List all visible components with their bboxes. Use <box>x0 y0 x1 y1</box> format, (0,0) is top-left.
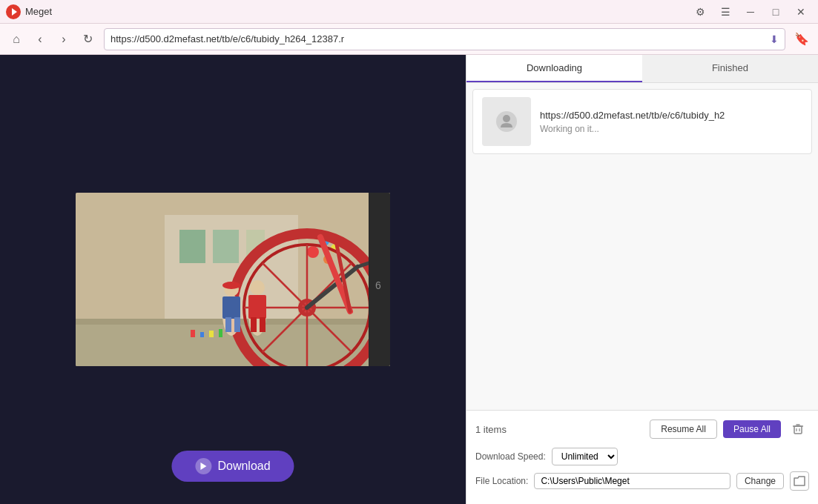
bottom-bar-top: 1 items Resume All Pause All <box>475 418 809 440</box>
browser-view: 6 Download <box>0 55 466 504</box>
main-content: 6 Download Downloading Finished <box>0 55 818 504</box>
svg-point-48 <box>503 115 510 122</box>
download-info: https://d500.d2mefast.net/tb/e/c6/tubidy… <box>540 110 802 134</box>
trash-button[interactable] <box>787 418 809 440</box>
svg-marker-46 <box>200 462 206 470</box>
location-input[interactable] <box>534 473 730 489</box>
file-location-row: File Location: Change <box>475 471 809 491</box>
app-title: Meget <box>25 6 689 17</box>
svg-rect-38 <box>191 330 195 337</box>
refresh-button[interactable]: ↻ <box>77 29 98 50</box>
download-button[interactable]: Download <box>171 451 294 482</box>
svg-rect-36 <box>251 317 257 332</box>
address-bar[interactable] <box>111 33 770 44</box>
maximize-button[interactable]: □ <box>765 3 787 21</box>
tab-downloading[interactable]: Downloading <box>466 55 642 82</box>
svg-rect-4 <box>179 230 205 263</box>
svg-rect-30 <box>222 296 240 319</box>
download-item: https://d500.d2mefast.net/tb/e/c6/tubidy… <box>472 89 812 154</box>
bottom-bar: 1 items Resume All Pause All Download Sp… <box>466 410 818 504</box>
svg-rect-41 <box>219 329 222 337</box>
svg-rect-31 <box>225 317 231 332</box>
browser-toolbar: ⌂ ‹ › ↻ ⬇ 🔖 <box>0 24 818 55</box>
svg-point-29 <box>222 282 240 289</box>
bookmark-button[interactable]: 🔖 <box>791 29 812 50</box>
download-thumbnail <box>482 97 531 146</box>
download-speed-row: Download Speed: Unlimited 1 MB/s 500 KB/… <box>475 448 809 465</box>
forward-button[interactable]: › <box>53 29 74 50</box>
pause-all-button[interactable]: Pause All <box>723 420 781 438</box>
svg-rect-35 <box>248 295 266 319</box>
change-button[interactable]: Change <box>736 473 784 489</box>
close-button[interactable]: ✕ <box>790 3 812 21</box>
back-button[interactable]: ‹ <box>30 29 50 50</box>
svg-rect-37 <box>260 317 265 332</box>
svg-point-34 <box>250 280 265 295</box>
app-logo <box>6 4 21 19</box>
svg-rect-5 <box>213 230 239 263</box>
svg-rect-40 <box>209 331 214 337</box>
download-btn-label: Download <box>217 460 270 473</box>
window-controls: ⚙ ☰ ─ □ ✕ <box>689 3 812 21</box>
folder-button[interactable] <box>790 471 809 491</box>
download-button-container: Download <box>171 451 294 482</box>
speed-select[interactable]: Unlimited 1 MB/s 500 KB/s 100 KB/s <box>552 448 618 465</box>
settings-button[interactable]: ⚙ <box>689 3 711 21</box>
items-count: 1 items <box>475 424 644 435</box>
download-btn-icon <box>195 458 211 474</box>
menu-button[interactable]: ☰ <box>714 3 736 21</box>
home-button[interactable]: ⌂ <box>6 29 27 50</box>
address-download-icon[interactable]: ⬇ <box>770 33 779 45</box>
download-list: https://d500.d2mefast.net/tb/e/c6/tubidy… <box>466 83 818 410</box>
file-location-label: File Location: <box>475 476 528 486</box>
video-preview: 6 <box>76 193 390 366</box>
minimize-button[interactable]: ─ <box>739 3 762 21</box>
download-url: https://d500.d2mefast.net/tb/e/c6/tubidy… <box>540 110 802 121</box>
svg-text:6: 6 <box>375 279 381 291</box>
right-panel: Downloading Finished https://d500.d2mefa… <box>466 55 818 504</box>
title-bar: Meget ⚙ ☰ ─ □ ✕ <box>0 0 818 24</box>
svg-rect-39 <box>200 332 204 337</box>
tab-finished[interactable]: Finished <box>642 55 818 82</box>
svg-rect-49 <box>794 426 802 434</box>
address-bar-container: ⬇ <box>104 28 785 50</box>
svg-point-9 <box>307 246 319 258</box>
download-status: Working on it... <box>540 124 802 134</box>
svg-rect-32 <box>234 317 240 332</box>
resume-all-button[interactable]: Resume All <box>650 420 717 439</box>
download-speed-label: Download Speed: <box>475 451 546 462</box>
tabs: Downloading Finished <box>466 55 818 83</box>
